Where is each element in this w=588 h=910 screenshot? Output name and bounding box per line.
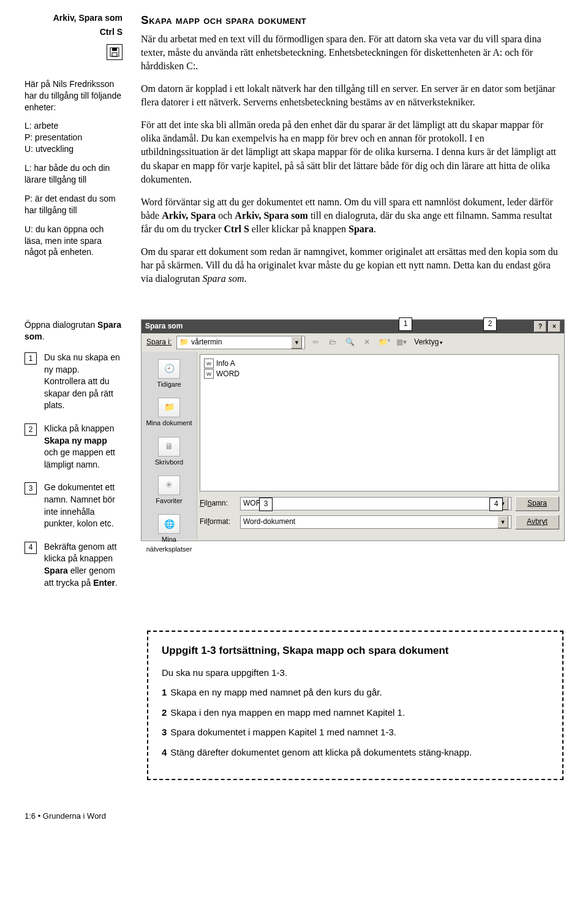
shortcut-label: Ctrl S [24,26,123,38]
main-text: Skapa mapp och spara dokument När du arb… [141,12,564,295]
side-u-note: U: du kan öppna och läsa, men inte spara… [24,224,123,259]
place-favorites[interactable]: ✳ Favoriter [145,473,194,510]
save-in-label: Spara i: [146,337,172,347]
save-as-dialog: Spara som ? × Spara i: 📁 vårtermin ▼ ⇦ 🗁… [141,319,565,541]
place-desktop[interactable]: 🖥 Skrivbord [145,434,194,472]
exercise-step-3: 3Spara dokumentet i mappen Kapitel 1 med… [162,726,549,740]
exercise-title: Uppgift 1-3 fortsättning, Skapa mapp och… [162,643,549,659]
close-button[interactable]: × [548,321,560,332]
word-doc-icon: W [204,369,214,379]
para-2: Om datorn är kopplad i ett lokalt nätver… [141,82,564,110]
callout-3: 3 [259,498,273,511]
step-list: Öppna dialogrutan Spara som. 1 Du ska nu… [24,319,123,600]
place-mydocs[interactable]: 📁 Mina dokument [145,395,194,433]
folder-icon: 📁 [179,337,189,347]
places-bar: 🕘 Tidigare 📁 Mina dokument 🖥 Skrivbord ✳… [141,352,197,539]
dialog-title: Spara som [145,321,183,332]
step-1: 1 Du ska nu skapa en ny mapp. Kontroller… [24,352,123,412]
side-drives: L: arbete P: presentation U: utveckling [24,120,123,155]
exercise-step-2: 2Skapa i den nya mappen en mapp med namn… [162,706,549,720]
fileformat-label: Filformat: [200,517,236,527]
exercise-step-4: 4Stäng därefter dokumentet genom att kli… [162,746,549,760]
new-folder-button[interactable]: 📁* [377,336,391,349]
para-4: Word förväntar sig att du ger dokumentet… [141,195,564,237]
word-doc-icon: W [204,358,214,368]
network-icon: 🌐 [158,514,180,534]
tools-menu[interactable]: Verktyg▾ [412,336,445,349]
chevron-down-icon[interactable]: ▼ [497,516,508,528]
mydocs-icon: 📁 [158,398,180,417]
cancel-button[interactable]: Avbryt [515,515,559,529]
chevron-down-icon[interactable]: ▼ [291,336,302,349]
step-intro: Öppna dialogrutan Spara som. [24,319,123,343]
help-button[interactable]: ? [534,321,546,332]
side-intro: Här på Nils Fredriksson har du tillgång … [24,78,123,113]
svg-rect-2 [112,53,117,56]
up-folder-button[interactable]: 🗁 [326,336,339,349]
place-network[interactable]: 🌐 Mina nätverksplatser [145,512,194,559]
step-3: 3 Ge dokumentet ett namn. Namnet bör int… [24,482,123,529]
step-number-1: 1 [24,352,37,365]
callout-4: 4 [489,498,503,511]
page-footer: 1:6 • Grunderna i Word [24,811,564,822]
history-icon: 🕘 [158,359,180,379]
dialog-toolbar: Spara i: 📁 vårtermin ▼ ⇦ 🗁 🔍 ✕ 📁* ▦▾ Ver… [141,333,564,352]
step-number-3: 3 [24,482,37,495]
back-button[interactable]: ⇦ [309,336,322,349]
callout-2: 2 [483,317,497,331]
filename-label: Filnamn: [200,498,236,509]
svg-rect-1 [112,48,117,51]
exercise-step-1: 1Skapa en ny mapp med namnet på den kurs… [162,686,549,700]
save-icon [107,44,123,60]
step-number-4: 4 [24,542,37,554]
search-web-button[interactable]: 🔍 [343,336,356,349]
side-p-note: P: är det endast du som har tillgång til… [24,193,123,216]
dialog-titlebar: Spara som ? × [141,320,564,333]
file-listing[interactable]: W Info A W WORD [200,354,559,491]
list-item[interactable]: W WORD [204,369,555,379]
step-2: 2 Klicka på knappen Skapa ny mapp och ge… [24,423,123,471]
step-number-2: 2 [24,423,37,436]
filename-input[interactable]: WORD ▼ [240,497,511,510]
save-button[interactable]: Spara [515,496,559,511]
exercise-intro: Du ska nu spara uppgiften 1-3. [162,666,549,680]
favorites-icon: ✳ [158,476,180,495]
para-1: När du arbetat med en text vill du förmo… [141,32,564,74]
views-button[interactable]: ▦▾ [394,336,408,349]
section-heading: Skapa mapp och spara dokument [141,12,564,29]
desktop-icon: 🖥 [158,437,180,457]
save-in-combo[interactable]: 📁 vårtermin ▼ [176,336,305,349]
menu-path: Arkiv, Spara som [24,12,123,24]
side-l-note: L: har både du och din lärare tillgång t… [24,162,123,186]
step-4: 4 Bekräfta genom att klicka på knappen S… [24,541,123,589]
exercise-box: Uppgift 1-3 fortsättning, Skapa mapp och… [147,631,564,780]
delete-button[interactable]: ✕ [360,336,374,349]
sidebar-notes: Arkiv, Spara som Ctrl S Här på Nils Fred… [24,12,123,295]
para-5: Om du sparar ett dokument som redan är n… [141,245,564,286]
para-3: För att det inte ska bli allmän oreda på… [141,118,564,187]
place-history[interactable]: 🕘 Tidigare [145,357,194,394]
callout-1: 1 [399,317,412,331]
fileformat-select[interactable]: Word-dokument ▼ [240,515,511,529]
list-item[interactable]: W Info A [204,358,555,369]
